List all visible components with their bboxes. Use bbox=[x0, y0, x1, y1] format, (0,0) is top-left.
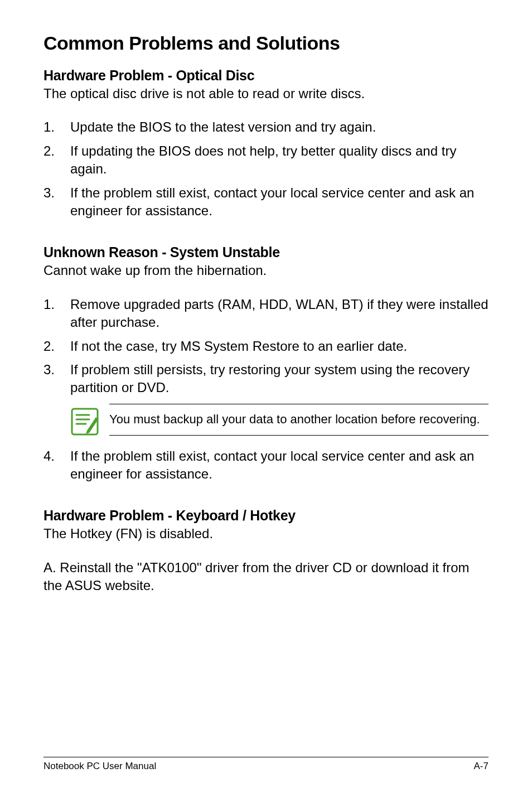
list-number: 1. bbox=[43, 118, 60, 136]
section2-heading: Unknown Reason - System Unstable bbox=[43, 244, 489, 260]
list-item: 1. Update the BIOS to the latest version… bbox=[43, 118, 489, 136]
section2-list: 1. Remove upgraded parts (RAM, HDD, WLAN… bbox=[43, 296, 489, 397]
list-item: 4. If the problem still exist, contact y… bbox=[43, 447, 489, 484]
footer-manual-title: Notebook PC User Manual bbox=[43, 761, 156, 772]
list-item: 1. Remove upgraded parts (RAM, HDD, WLAN… bbox=[43, 296, 489, 332]
note-icon bbox=[70, 407, 99, 436]
list-number: 2. bbox=[43, 142, 60, 160]
section1-intro: The optical disc drive is not able to re… bbox=[43, 85, 489, 103]
list-text: If not the case, try MS System Restore t… bbox=[70, 339, 407, 354]
section3-heading: Hardware Problem - Keyboard / Hotkey bbox=[43, 508, 489, 524]
list-item: 3. If the problem still exist, contact y… bbox=[43, 184, 489, 220]
list-number: 3. bbox=[43, 361, 60, 379]
list-text: Update the BIOS to the latest version an… bbox=[70, 119, 376, 134]
section1-list: 1. Update the BIOS to the latest version… bbox=[43, 118, 489, 220]
note-callout: You must backup all your data to another… bbox=[70, 404, 489, 436]
page-footer: Notebook PC User Manual A-7 bbox=[43, 757, 489, 772]
list-number: 2. bbox=[43, 337, 60, 355]
list-number: 3. bbox=[43, 184, 60, 202]
list-text: If problem still persists, try restoring… bbox=[70, 362, 470, 395]
list-text: If the problem still exist, contact your… bbox=[70, 448, 474, 481]
list-item: 2. If not the case, try MS System Restor… bbox=[43, 337, 489, 355]
note-text: You must backup all your data to another… bbox=[109, 404, 489, 436]
list-number: 4. bbox=[43, 447, 55, 465]
list-text: If the problem still exist, contact your… bbox=[70, 185, 474, 218]
section2-intro: Cannot wake up from the hibernation. bbox=[43, 262, 489, 279]
list-text: If updating the BIOS does not help, try … bbox=[70, 143, 456, 176]
section3-intro: The Hotkey (FN) is disabled. bbox=[43, 525, 489, 543]
section3-answer: A. Reinstall the "ATK0100" driver from t… bbox=[43, 559, 489, 595]
section1-heading: Hardware Problem - Optical Disc bbox=[43, 67, 489, 84]
list-item: 3. If problem still persists, try restor… bbox=[43, 361, 489, 397]
list-number: 1. bbox=[43, 296, 60, 313]
list-item: 2. If updating the BIOS does not help, t… bbox=[43, 142, 489, 178]
list-text: Remove upgraded parts (RAM, HDD, WLAN, B… bbox=[70, 297, 489, 330]
page-title: Common Problems and Solutions bbox=[43, 32, 489, 54]
footer-page-number: A-7 bbox=[474, 761, 489, 772]
